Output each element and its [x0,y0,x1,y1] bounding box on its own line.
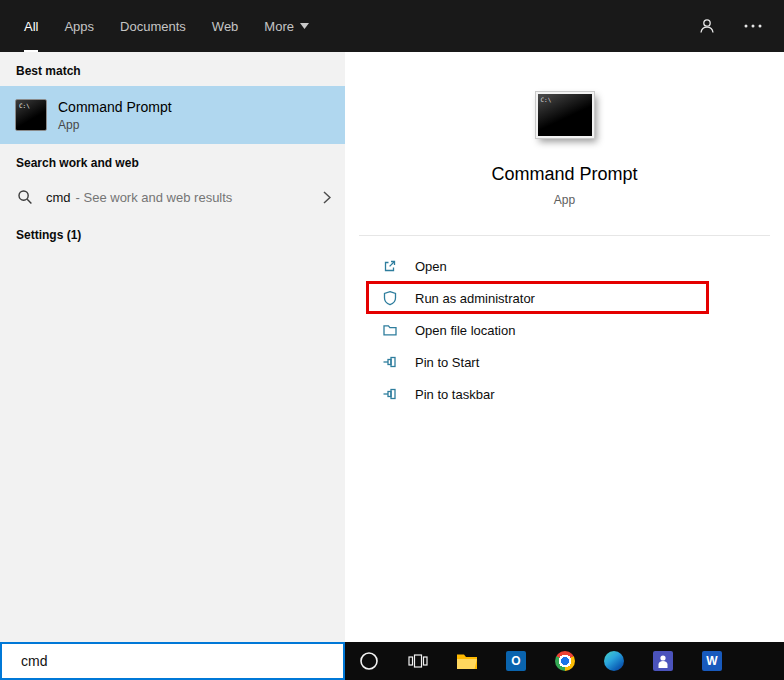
tab-more-label: More [264,19,294,34]
topbar-right-icons [698,0,784,52]
command-prompt-icon: C:\ [15,99,47,131]
app-preview: C:\ Command Prompt App [345,52,784,207]
shield-icon [382,290,398,306]
pin-icon [382,386,398,402]
teams-icon[interactable] [652,650,674,672]
ellipsis-menu-icon[interactable] [744,24,762,28]
tab-apps[interactable]: Apps [64,0,94,52]
tab-all[interactable]: All [24,0,38,52]
tab-documents[interactable]: Documents [120,0,186,52]
outlook-icon[interactable]: O [505,650,527,672]
search-filter-bar: All Apps Documents Web More [0,0,784,52]
search-work-web-header: Search work and web [16,156,329,170]
best-match-subtitle: App [58,118,172,132]
context-actions-list: Open Run as administrator Open file loca… [345,250,784,410]
best-match-result-command-prompt[interactable]: C:\ Command Prompt App [0,86,345,144]
preview-title: Command Prompt [491,164,637,185]
chrome-icon[interactable] [554,650,576,672]
action-label: Run as administrator [415,291,535,306]
action-label: Open [415,259,447,274]
best-match-title: Command Prompt [58,99,172,115]
search-icon [17,189,33,205]
action-open-file-location[interactable]: Open file location [345,314,784,346]
user-account-icon[interactable] [698,17,716,35]
best-match-header: Best match [16,64,329,78]
action-open[interactable]: Open [345,250,784,282]
settings-group-header[interactable]: Settings (1) [16,228,329,242]
action-label: Pin to Start [415,355,479,370]
search-results-panel: Best match C:\ Command Prompt App Search… [0,52,345,642]
word-icon[interactable]: W [701,650,723,672]
file-explorer-icon[interactable] [456,650,478,672]
open-icon [382,258,398,274]
cmd-window-text: C:\ [541,96,552,103]
web-search-suggestion[interactable]: cmd - See work and web results [0,178,345,216]
action-pin-to-taskbar[interactable]: Pin to taskbar [345,378,784,410]
filter-tabs: All Apps Documents Web More [0,0,335,52]
chevron-right-icon[interactable] [323,191,331,204]
pin-icon [382,354,398,370]
command-prompt-icon-large: C:\ [536,92,594,138]
suggestion-text: cmd - See work and web results [46,190,232,205]
tab-web-label: Web [212,19,239,34]
word-letter: W [702,651,722,671]
search-input[interactable] [2,644,343,678]
chevron-down-icon [300,23,309,29]
tab-more[interactable]: More [264,0,309,52]
outlook-letter: O [506,651,526,671]
cmd-window-text: C:\ [19,102,30,109]
tab-documents-label: Documents [120,19,186,34]
taskbar: O W [345,642,784,680]
result-preview-panel: C:\ Command Prompt App Open Run as admin… [345,52,784,642]
edge-icon[interactable] [603,650,625,672]
folder-location-icon [382,322,398,338]
action-label: Open file location [415,323,515,338]
suggestion-query: cmd [46,190,71,205]
tab-all-label: All [24,19,38,34]
action-label: Pin to taskbar [415,387,495,402]
preview-divider [359,235,770,236]
best-match-text: Command Prompt App [58,99,172,132]
suggestion-rest: - See work and web results [76,190,233,205]
cortana-icon[interactable] [358,650,380,672]
windows-search-flyout: All Apps Documents Web More [0,0,784,680]
tab-web[interactable]: Web [212,0,239,52]
taskbar-search-box[interactable] [0,642,345,680]
tab-apps-label: Apps [64,19,94,34]
preview-subtitle: App [554,193,575,207]
action-run-as-administrator[interactable]: Run as administrator [345,282,784,314]
action-pin-to-start[interactable]: Pin to Start [345,346,784,378]
task-view-icon[interactable] [407,650,429,672]
